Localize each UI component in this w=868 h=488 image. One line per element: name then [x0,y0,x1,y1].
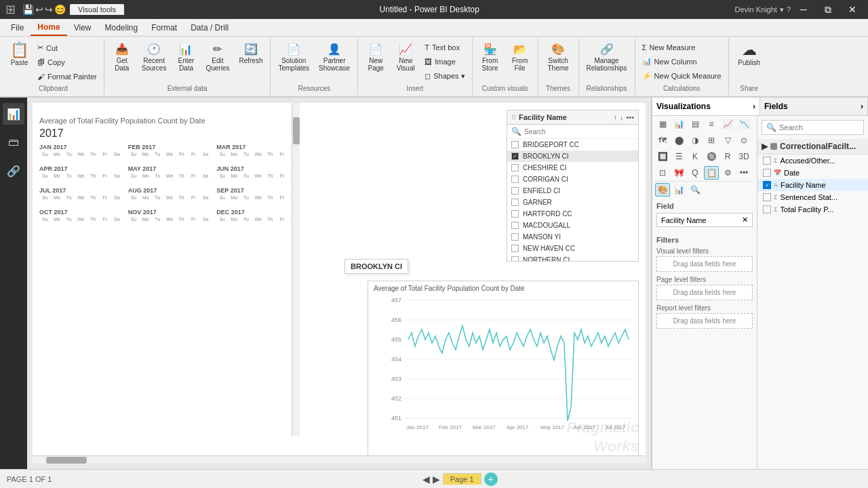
new-measure-btn[interactable]: Σ New Measure [639,42,724,53]
viz-icon-area[interactable]: 📉 [736,117,751,131]
viz-icon-pie[interactable]: ◑ [688,134,703,147]
from-store-btn[interactable]: 🏪 FromStore [477,41,504,74]
field-clear-icon[interactable]: ✕ [742,216,748,224]
viz-icon-card[interactable]: 🔲 [655,150,670,163]
scroll-thumb[interactable] [293,117,300,144]
slicer-search-bar[interactable]: 🔍 [507,125,638,139]
fields-search-bar[interactable]: 🔍 [762,120,864,135]
minimize-btn[interactable]: ─ [793,3,814,16]
save-icon[interactable]: 💾 [22,4,34,15]
field-item-sentenced[interactable]: Σ Sentenced Stat... [757,191,868,203]
visualizations-tab[interactable]: Visualizations › [652,98,760,115]
tab-data-drill[interactable]: Data / Drill [184,20,235,35]
recent-sources-btn[interactable]: 🕐 RecentSources [138,41,170,74]
slicer-cb-cheshire[interactable] [511,164,519,171]
viz-tab-expand-icon[interactable]: › [753,102,755,111]
viz-icon-bar[interactable]: 📊 [671,117,686,131]
viz-icon-clustered-bar[interactable]: ≡ [704,117,719,131]
slicer-item-newhaven[interactable]: NEW HAVEN CC [507,243,638,254]
h-scroll-thumb[interactable] [46,457,87,464]
tab-view[interactable]: View [67,20,98,35]
slicer-cb-macdougall[interactable] [511,222,519,229]
field-item-total-facility[interactable]: Σ Total Facility P... [757,203,868,216]
new-column-btn[interactable]: 📊 New Column [639,56,724,67]
text-box-btn[interactable]: T Text box [422,42,467,53]
field-tree-root[interactable]: ▶ CorrectionalFacilt... [757,139,868,155]
viz-icon-qna[interactable]: Q [688,166,703,180]
publish-btn[interactable]: ☁ Publish [734,41,764,68]
page-1-tab[interactable]: Page 1 [443,473,481,485]
slicer-cb-newhaven[interactable] [511,245,519,252]
refresh-btn[interactable]: 🔄 Refresh [235,41,266,66]
viz-icon-map[interactable]: 🗺 [655,134,670,147]
copy-btn[interactable]: 🗐 Copy [35,57,100,68]
slicer-sort-desc-icon[interactable]: ↓ [620,113,624,121]
slicer-cb-manson[interactable] [511,233,519,241]
switch-theme-btn[interactable]: 🎨 SwitchTheme [545,41,572,74]
calendar-visual[interactable]: Average of Total Facility Population Cou… [39,117,300,436]
close-btn[interactable]: ✕ [842,3,863,16]
viz-filter-icon[interactable]: 🔍 [688,183,703,197]
slicer-item-manson[interactable]: MANSON YI [507,231,638,243]
fields-tab[interactable]: Fields › [760,98,868,115]
visual-tools-tab[interactable]: Visual tools [70,4,124,15]
prev-page-icon[interactable]: ◀ [422,474,430,485]
viz-icon-table[interactable]: ▦ [655,117,670,131]
slicer-search-input[interactable] [524,128,634,136]
tab-home[interactable]: Home [31,20,66,36]
slicer-item-cheshire[interactable]: CHESHIRE CI [507,162,638,174]
calendar-scrollbar[interactable] [292,103,300,436]
field-item-date[interactable]: 📅 Date [757,167,868,179]
slicer-cb-bridgeport[interactable] [511,141,519,148]
viz-icon-matrix[interactable]: R [720,150,735,163]
edit-queries-btn[interactable]: ✏ EditQueries [202,41,233,74]
viz-icon-multirow[interactable]: ☰ [671,150,686,163]
viz-icon-waterfall[interactable]: ⊡ [655,166,670,180]
fields-tab-expand-icon[interactable]: › [861,102,863,111]
field-cb-sentenced[interactable] [763,193,771,201]
viz-icon-line[interactable]: 📈 [720,117,735,131]
viz-analytics-icon[interactable]: 📊 [671,183,686,197]
viz-icon-gauge[interactable]: ⊙ [736,134,751,147]
slicer-sort-asc-icon[interactable]: ↑ [613,113,617,121]
tab-file[interactable]: File [4,20,31,35]
field-cb-date[interactable] [763,169,771,177]
slicer-item-corrigan[interactable]: CORRIGAN CI [507,174,638,185]
viz-icon-scatter[interactable]: ⬤ [671,134,686,147]
viz-icon-stacked-bar[interactable]: ▤ [688,117,703,131]
slicer-item-hartford[interactable]: HARTFORD CC [507,208,638,220]
paste-btn[interactable]: 📋 Paste [7,41,32,68]
field-item-facility-name[interactable]: A Facility Name [757,179,868,191]
slicer-item-macdougall[interactable]: MACDOUGALL [507,220,638,231]
new-visual-btn[interactable]: 📈 NewVisual [392,41,419,74]
slicer-cb-hartford[interactable] [511,210,519,218]
user-chevron-icon[interactable]: ▾ [780,5,784,14]
fields-search-input[interactable] [779,123,859,131]
horizontal-scrollbar[interactable] [33,455,646,464]
viz-format-icon[interactable]: 🎨 [655,183,670,197]
new-page-btn[interactable]: 📄 NewPage [362,41,389,74]
undo-icon[interactable]: ↩ [35,4,43,15]
tab-format[interactable]: Format [144,20,184,35]
relationships-view-icon[interactable]: 🔗 [3,160,24,182]
viz-icon-custom1[interactable]: 📋 [704,166,719,180]
partner-showcase-btn[interactable]: 👤 PartnerShowcase [315,41,353,74]
format-painter-btn[interactable]: 🖌 Format Painter [35,71,100,82]
data-view-icon[interactable]: 🗃 [3,131,24,153]
new-quick-measure-btn[interactable]: ⚡ New Quick Measure [639,70,724,82]
enter-data-btn[interactable]: 📊 EnterData [172,41,199,74]
cut-btn[interactable]: ✂ Cut [35,42,100,54]
viz-icon-custom2[interactable]: ⚙ [720,166,735,180]
tab-modeling[interactable]: Modeling [98,20,144,35]
viz-icon-treemap[interactable]: ⊞ [704,134,719,147]
viz-icon-kpi[interactable]: K [688,150,703,163]
field-cb-facility-name[interactable] [763,181,771,189]
shapes-btn[interactable]: ◻ Shapes ▾ [422,70,467,82]
viz-icon-slicer[interactable]: 🔘 [704,150,719,163]
next-page-icon[interactable]: ▶ [433,474,440,485]
viz-icon-ribbon[interactable]: 🎀 [671,166,686,180]
slicer-cb-garner[interactable] [511,199,519,206]
facility-slicer[interactable]: ⠿ Facility Name ↑ ↓ ••• 🔍 [507,110,639,262]
slicer-cb-brooklyn[interactable] [511,152,519,160]
slicer-cb-corrigan[interactable] [511,176,519,183]
